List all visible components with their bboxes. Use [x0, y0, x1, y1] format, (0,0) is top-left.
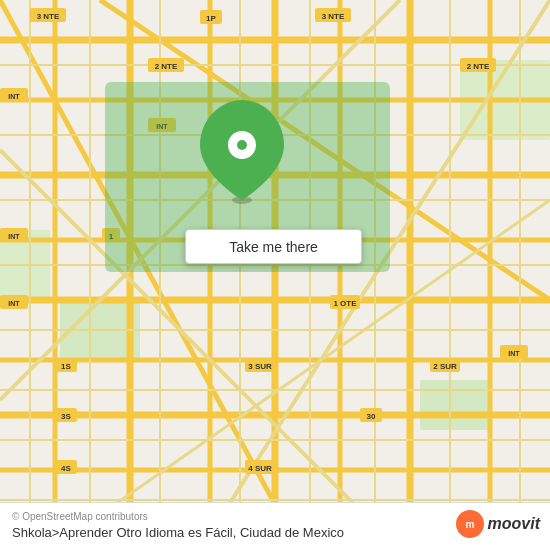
svg-text:INT: INT — [8, 300, 20, 307]
svg-text:2 SUR: 2 SUR — [433, 362, 457, 371]
svg-text:2 NTE: 2 NTE — [155, 62, 178, 71]
map-background: 3 NTE 3 NTE 2 NTE 2 NTE INT INT INT INT … — [0, 0, 550, 550]
moovit-logo: m moovit — [456, 510, 540, 538]
svg-text:3 NTE: 3 NTE — [37, 12, 60, 21]
moovit-icon: m — [456, 510, 484, 538]
svg-text:4 SUR: 4 SUR — [248, 464, 272, 473]
svg-text:INT: INT — [508, 350, 520, 357]
take-me-there-button[interactable]: Take me there — [185, 229, 362, 264]
svg-point-83 — [237, 140, 247, 150]
svg-text:3S: 3S — [61, 412, 71, 421]
svg-text:1P: 1P — [206, 14, 216, 23]
svg-text:1 OTE: 1 OTE — [333, 299, 357, 308]
svg-text:2 NTE: 2 NTE — [467, 62, 490, 71]
svg-text:30: 30 — [367, 412, 376, 421]
svg-text:1S: 1S — [61, 362, 71, 371]
svg-text:4S: 4S — [61, 464, 71, 473]
bottom-bar: © OpenStreetMap contributors Shkola>Apre… — [0, 502, 550, 550]
svg-text:3 NTE: 3 NTE — [322, 12, 345, 21]
map-container: 3 NTE 3 NTE 2 NTE 2 NTE INT INT INT INT … — [0, 0, 550, 550]
svg-text:INT: INT — [8, 233, 20, 240]
moovit-text: moovit — [488, 515, 540, 533]
svg-text:INT: INT — [8, 93, 20, 100]
svg-text:m: m — [465, 519, 474, 530]
svg-text:3 SUR: 3 SUR — [248, 362, 272, 371]
take-me-there-label: Take me there — [229, 239, 318, 255]
svg-rect-3 — [420, 380, 490, 430]
